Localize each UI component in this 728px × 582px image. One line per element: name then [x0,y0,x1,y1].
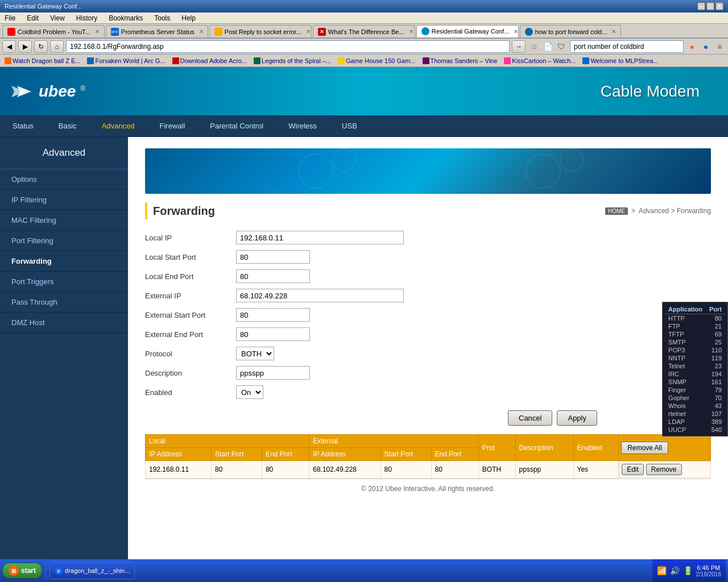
nav-status[interactable]: Status [0,115,46,137]
title-accent [145,202,147,219]
tab-prometheus[interactable]: pro Prometheus Server Status ✕ [106,25,208,38]
enabled-select[interactable]: On Off [236,385,263,399]
forward-button[interactable]: ▶ [18,40,32,53]
tab-close-icon[interactable]: ✕ [95,28,100,35]
menu-tools[interactable]: Tools [152,13,172,23]
tab-close-icon[interactable]: ✕ [409,28,413,35]
sidebar-item-options[interactable]: Options [0,169,128,190]
bookmark-dragonball[interactable]: Watch Dragon ball Z E... [2,56,82,65]
tab-close-icon[interactable]: ✕ [199,28,204,35]
apply-button[interactable]: Apply [557,410,597,426]
sidebar-item-pass-through[interactable]: Pass Through [0,292,128,313]
local-start-port-input[interactable] [236,250,310,264]
sidebar-item-port-triggers[interactable]: Port Triggers [0,272,128,292]
bookmark-gamehouse[interactable]: Game House 150 Gam... [336,56,417,65]
tab-close-icon[interactable]: ✕ [611,28,616,35]
ubee-brand-text: ubee [39,82,76,101]
sidebar-item-forwarding[interactable]: Forwarding [0,251,128,272]
external-ip-input[interactable] [236,289,404,302]
breadcrumb-home[interactable]: HOME [605,207,628,215]
tab-gateway[interactable]: Residential Gateway Conf... ✕ [416,25,519,38]
tab-portforward[interactable]: how to port forward cold... ✕ [520,25,622,38]
minimize-button[interactable]: — [697,2,705,10]
row-ext-start: 80 [380,461,431,479]
cancel-button[interactable]: Cancel [508,410,552,426]
menu-icon[interactable]: ≡ [713,40,726,53]
port-entry-finger: Finger79 [665,386,725,394]
menu-file[interactable]: File [2,13,18,23]
description-input[interactable] [236,366,310,380]
nav-firewall[interactable]: Firewall [147,115,197,137]
forwarding-table: Local External Prot Description Enabled … [145,434,711,479]
sidebar: Advanced Options IP Filtering MAC Filter… [0,137,128,559]
bookmark-mlp[interactable]: Welcome to MLPStrea... [580,56,660,65]
external-end-port-input[interactable] [236,327,310,341]
menu-view[interactable]: View [48,13,67,23]
table-row: 192.168.0.11 80 80 68.102.49.228 80 80 B… [146,461,711,479]
row-local-start: 80 [211,461,262,479]
bookmark-spiral[interactable]: Legends of the Spiral –... [251,56,333,65]
back-button[interactable]: ◀ [2,40,16,53]
reload-button[interactable]: ↻ [34,40,48,53]
bookmark-thomas[interactable]: Thomas Sanders – Vine [420,56,500,65]
bookmark-forsaken[interactable]: Forsaken World | Arc G... [85,56,167,65]
menu-help[interactable]: Help [179,13,198,23]
kisscartoon-icon [504,57,511,64]
spiral-icon [254,57,260,64]
reading-icon[interactable]: 📄 [541,40,554,53]
tab-coldbird[interactable]: Coldbird Problem - YouT... ✕ [2,25,105,38]
remove-all-button[interactable]: Remove All [621,442,668,454]
nav-usb[interactable]: USB [329,115,370,137]
menu-edit[interactable]: Edit [24,13,41,23]
description-header: Description [515,435,573,461]
local-ip-row: Local IP [145,231,711,244]
tab-socket-error[interactable]: Post Reply to socket error... ✕ [209,25,312,38]
go-button[interactable]: → [512,40,526,53]
nav-parental-control[interactable]: Parental Control [197,115,276,137]
sidebar-item-port-filtering[interactable]: Port Filtering [0,231,128,251]
youtube-icon [7,28,15,36]
edit-button[interactable]: Edit [622,464,644,475]
remove-button[interactable]: Remove [646,464,682,475]
tab-close-icon[interactable]: ✕ [514,28,518,35]
addon2-icon[interactable]: ● [700,40,712,53]
port-entry-ldap: LDAP389 [665,418,725,426]
nav-advanced[interactable]: Advanced [89,115,147,137]
local-start-header: Start Port [211,448,262,461]
tab-close-icon[interactable]: ✕ [306,28,311,35]
local-ip-input[interactable] [236,231,404,244]
windows-icon: ⊞ [9,566,19,576]
bookmark-star-icon[interactable]: ☆ [528,40,540,53]
ubee-page: ubee ® Cable Modem Status Basic Advanced… [0,67,728,559]
sidebar-item-mac-filtering[interactable]: MAC Filtering [0,210,128,231]
menu-bookmarks[interactable]: Bookmarks [106,13,145,23]
addon1-icon[interactable]: ● [686,40,698,53]
local-end-port-input[interactable] [236,269,310,283]
port-entry-uucp: UUCP540 [665,426,725,434]
nav-basic[interactable]: Basic [46,115,89,137]
sidebar-item-dmz-host[interactable]: DMZ Host [0,313,128,333]
taskbar-item-browser[interactable]: e dragon_ball_z_-_shin... [49,562,135,579]
start-button[interactable]: ⊞ start [2,563,42,579]
mlp-icon [582,57,589,64]
bookmark-kisscartoon[interactable]: KissCartoon – Watch... [502,56,578,65]
address-bar[interactable] [66,40,510,53]
home-button[interactable]: ⌂ [50,40,64,53]
bookmark-adobe[interactable]: Download Adobe Acro... [170,56,249,65]
close-button[interactable]: ✕ [715,2,723,10]
window-controls: — □ ✕ [697,2,723,10]
protocol-select[interactable]: BOTH TCP UDP [236,347,274,360]
system-tray: 📶 🔊 🔋 6:46 PM 2/18/2016 [652,559,726,582]
page-header: Forwarding HOME > Advanced > Forwarding [145,202,711,219]
local-group-header: Local [146,435,309,448]
nav-icons: ☆ 📄 🛡 [528,40,568,53]
maximize-button[interactable]: □ [706,2,714,10]
shield-icon[interactable]: 🛡 [555,40,568,53]
local-end-header: End Port [262,448,309,461]
sidebar-item-ip-filtering[interactable]: IP Filtering [0,190,128,210]
external-start-port-input[interactable] [236,308,310,322]
menu-history[interactable]: History [74,13,100,23]
search-input[interactable] [570,40,684,53]
tab-difference[interactable]: ✕ What's The Difference Be... ✕ [313,25,415,38]
nav-wireless[interactable]: Wireless [276,115,329,137]
